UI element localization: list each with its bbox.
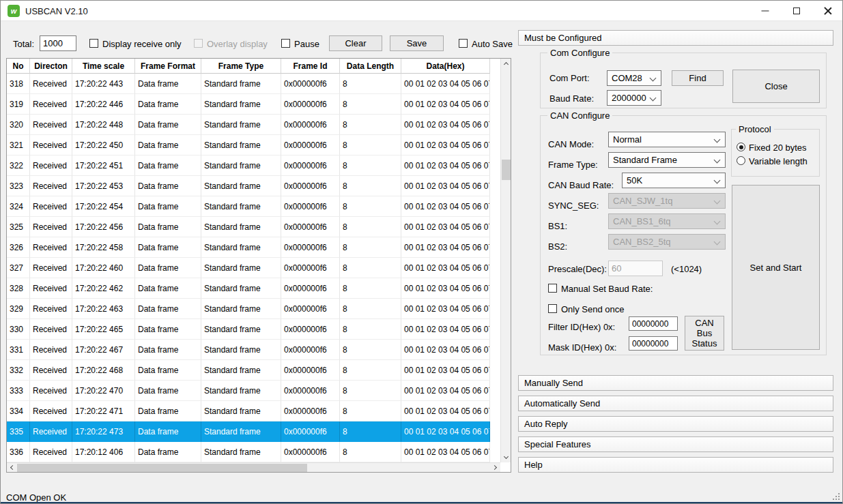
table-row[interactable]: 321Received17:20:22 450Data frameStandar… — [7, 135, 490, 155]
table-row[interactable]: 330Received17:20:22 465Data frameStandar… — [7, 319, 490, 340]
horizontal-scrollbar-thumb[interactable] — [17, 464, 307, 472]
horizontal-scrollbar[interactable] — [7, 462, 500, 472]
close-window-button[interactable] — [812, 1, 843, 21]
vertical-scrollbar-thumb[interactable] — [502, 160, 511, 180]
table-row[interactable]: 319Received17:20:22 446Data frameStandar… — [7, 94, 490, 115]
table-row[interactable]: 335Received17:20:22 473Data frameStandar… — [7, 421, 490, 442]
accordion-manually-send[interactable]: Manually Send — [518, 375, 833, 391]
resize-grip[interactable] — [838, 499, 840, 500]
scroll-right-arrow-icon[interactable] — [490, 463, 499, 472]
column-header[interactable]: Time scale — [72, 59, 135, 74]
table-cell: 8 — [340, 237, 401, 258]
filter-id-input[interactable] — [629, 316, 678, 331]
accordion-automatically-send[interactable]: Automatically Send — [518, 396, 833, 411]
table-row[interactable]: 327Received17:20:22 460Data frameStandar… — [7, 258, 490, 278]
mask-id-input[interactable] — [629, 336, 678, 351]
can-mode-label: CAN Mode: — [548, 139, 594, 149]
table-cell: 0x000000f6 — [281, 115, 340, 135]
can-bus-status-button[interactable]: CAN Bus Status — [685, 316, 724, 351]
can-configure-legend: CAN Configure — [547, 110, 612, 121]
table-row[interactable]: 328Received17:20:22 462Data frameStandar… — [7, 278, 490, 299]
column-header[interactable]: No — [7, 59, 30, 74]
auto-save-label: Auto Save — [472, 39, 513, 49]
can-baud-rate-select[interactable]: 50K — [622, 173, 726, 188]
maximize-icon — [793, 8, 800, 14]
accordion-special-features[interactable]: Special Features — [518, 436, 833, 452]
scroll-down-arrow-icon[interactable] — [501, 452, 511, 461]
bs2-label: BS2: — [548, 241, 567, 252]
vertical-scrollbar[interactable] — [500, 59, 511, 462]
scroll-left-arrow-icon[interactable] — [8, 463, 17, 472]
close-com-button[interactable]: Close — [732, 70, 820, 103]
table-row[interactable]: 333Received17:20:22 470Data frameStandar… — [7, 381, 490, 401]
table-row[interactable]: 336Received17:20:12 406Data frameStandar… — [7, 442, 490, 462]
table-row[interactable]: 320Received17:20:22 448Data frameStandar… — [7, 115, 490, 135]
table-row[interactable]: 329Received17:20:22 463Data frameStandar… — [7, 299, 490, 319]
manual-set-baud-rate-checkbox[interactable] — [548, 284, 557, 293]
fixed-20-bytes-radio[interactable] — [737, 143, 745, 151]
pause-checkbox[interactable] — [281, 39, 290, 48]
maximize-button[interactable] — [781, 1, 812, 21]
table-row[interactable]: 334Received17:20:22 471Data frameStandar… — [7, 401, 490, 421]
find-button[interactable]: Find — [672, 70, 724, 86]
must-be-configured-header[interactable]: Must be Configured — [518, 30, 833, 46]
frame-type-select[interactable]: Standard Frame — [608, 152, 726, 168]
variable-length-radio[interactable] — [737, 156, 745, 165]
com-configure-legend: Com Configure — [547, 48, 612, 58]
display-receive-only-checkbox[interactable] — [89, 39, 98, 48]
total-input[interactable] — [40, 35, 76, 51]
table-cell: 329 — [7, 299, 30, 319]
table-cell: 8 — [340, 155, 401, 176]
set-and-start-button[interactable]: Set and Start — [732, 185, 820, 350]
table-row[interactable]: 324Received17:20:22 454Data frameStandar… — [7, 196, 490, 217]
table-cell: Received — [30, 135, 72, 155]
baud-rate-select[interactable]: 2000000 — [607, 90, 661, 106]
column-header[interactable]: Frame Id — [281, 59, 340, 74]
chevron-down-icon — [714, 239, 721, 246]
table-cell: Standard frame — [201, 135, 281, 155]
column-header[interactable]: Data Length — [340, 59, 401, 74]
table-cell: Received — [30, 115, 72, 135]
table-row[interactable]: 322Received17:20:22 451Data frameStandar… — [7, 155, 490, 176]
table-cell: Standard frame — [201, 442, 281, 462]
column-header[interactable]: Data(Hex) — [401, 59, 490, 74]
table-cell: 00 01 02 03 04 05 06 07 — [401, 258, 490, 278]
column-header[interactable]: Directon — [30, 59, 72, 74]
table-row[interactable]: 332Received17:20:22 468Data frameStandar… — [7, 360, 490, 381]
column-header[interactable]: Frame Format — [135, 59, 201, 74]
table-cell: 331 — [7, 340, 30, 360]
table-cell: 8 — [340, 258, 401, 278]
table-cell: 17:20:22 473 — [72, 421, 135, 442]
table-row[interactable]: 318Received17:20:22 443Data frameStandar… — [7, 74, 490, 94]
table-cell: 17:20:22 454 — [72, 196, 135, 217]
can-mode-select[interactable]: Normal — [608, 132, 726, 147]
frame-type-value: Standard Frame — [613, 155, 677, 165]
table-row[interactable]: 331Received17:20:22 467Data frameStandar… — [7, 340, 490, 360]
accordion-auto-reply[interactable]: Auto Reply — [518, 416, 833, 432]
only-send-once-checkbox[interactable] — [548, 304, 557, 313]
scroll-up-arrow-icon[interactable] — [501, 60, 511, 69]
table-row[interactable]: 323Received17:20:22 453Data frameStandar… — [7, 176, 490, 196]
accordion-help[interactable]: Help — [518, 457, 833, 473]
save-button[interactable]: Save — [390, 35, 444, 51]
table-cell: 00 01 02 03 04 05 06 07 — [401, 360, 490, 381]
table-cell: Standard frame — [201, 155, 281, 176]
can-baud-rate-value: 50K — [627, 175, 642, 186]
com-port-select[interactable]: COM28 — [607, 70, 661, 86]
table-row[interactable]: 326Received17:20:22 458Data frameStandar… — [7, 237, 490, 258]
table-cell: Data frame — [135, 74, 201, 94]
column-header[interactable]: Frame Type — [201, 59, 281, 74]
table-row[interactable]: 325Received17:20:22 456Data frameStandar… — [7, 217, 490, 237]
overlay-display-label: Overlay display — [207, 39, 268, 49]
clear-button[interactable]: Clear — [329, 35, 382, 51]
minimize-button[interactable] — [749, 1, 781, 21]
table-cell: Received — [30, 401, 72, 421]
table-cell: Data frame — [135, 94, 201, 115]
table-header-row: NoDirectonTime scaleFrame FormatFrame Ty… — [7, 59, 490, 74]
variable-length-label: Variable length — [749, 156, 808, 166]
table-cell: 0x000000f6 — [281, 319, 340, 340]
table-cell: Received — [30, 340, 72, 360]
bs1-select: CAN_BS1_6tq — [608, 213, 726, 229]
table-cell: 00 01 02 03 04 05 06 07 — [401, 237, 490, 258]
auto-save-checkbox[interactable] — [459, 39, 468, 48]
